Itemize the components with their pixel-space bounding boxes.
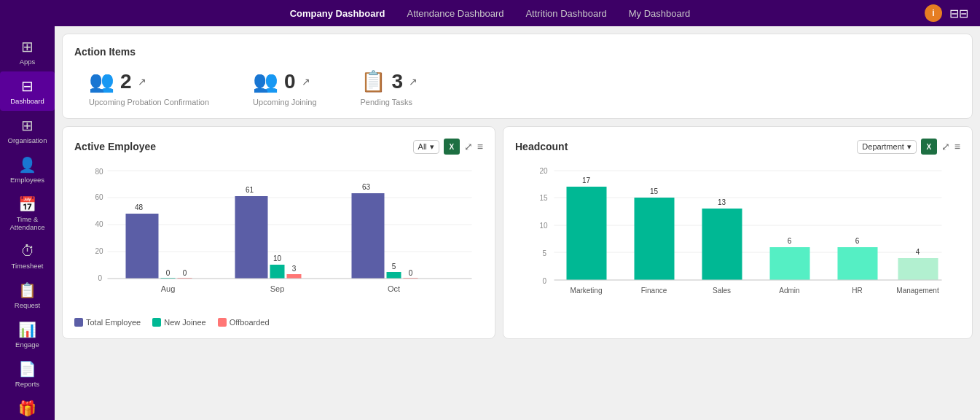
- legend-label-new: New Joinee: [164, 318, 205, 327]
- finance-bar: [635, 198, 675, 280]
- sidebar-item-benefits[interactable]: 🎁 Benefits: [0, 394, 55, 420]
- active-employee-excel-btn[interactable]: X: [444, 139, 460, 155]
- pending-tasks-ext-link[interactable]: ↗: [409, 76, 418, 88]
- action-items-title: Action Items: [74, 46, 960, 58]
- sidebar-label-dashboard: Dashboard: [10, 97, 44, 105]
- legend-offboarded: Offboarded: [218, 318, 270, 327]
- sidebar-label-reports: Reports: [15, 380, 39, 388]
- svg-text:Admin: Admin: [779, 287, 799, 295]
- top-nav: Company Dashboard Attendance Dashboard A…: [0, 0, 980, 26]
- active-employee-expand-btn[interactable]: ⤢: [464, 141, 473, 152]
- sidebar-item-organisation[interactable]: ⊞ Organisation: [0, 111, 55, 150]
- active-employee-card: Active Employee All ▾ X ⤢ ≡: [62, 126, 495, 339]
- headcount-filter[interactable]: Department ▾: [857, 140, 916, 154]
- active-employee-filter[interactable]: All ▾: [413, 140, 439, 154]
- probation-count: 2: [120, 70, 132, 93]
- svg-text:6: 6: [788, 237, 792, 245]
- joining-label: Upcoming Joining: [253, 98, 316, 106]
- svg-text:20: 20: [540, 167, 549, 175]
- active-employee-header: Active Employee All ▾ X ⤢ ≡: [74, 139, 483, 155]
- svg-text:15: 15: [540, 194, 549, 202]
- chevron-down-icon: ▾: [430, 142, 434, 152]
- pending-tasks-icon: 📋: [361, 69, 386, 93]
- hr-bar: [838, 247, 878, 280]
- probation-ext-link[interactable]: ↗: [138, 76, 146, 88]
- sidebar-item-time-attendance[interactable]: 📅 Time & Attendance: [0, 190, 55, 237]
- svg-text:0: 0: [166, 269, 170, 277]
- sidebar-label-engage: Engage: [15, 341, 39, 349]
- headcount-excel-btn[interactable]: X: [921, 139, 937, 155]
- nav-my-dashboard[interactable]: My Dashboard: [629, 8, 691, 19]
- time-attendance-icon: 📅: [18, 195, 36, 213]
- joining-count: 0: [284, 70, 296, 93]
- active-employee-list-btn[interactable]: ≡: [477, 141, 483, 152]
- action-item-probation-top: 👥 2 ↗: [89, 69, 146, 93]
- headcount-list-btn[interactable]: ≡: [954, 141, 960, 152]
- employees-icon: 👤: [18, 156, 36, 174]
- svg-text:6: 6: [855, 237, 860, 245]
- svg-text:Sep: Sep: [270, 284, 285, 293]
- svg-text:Aug: Aug: [161, 284, 176, 293]
- timesheet-icon: ⏱: [20, 243, 35, 260]
- pending-tasks-label: Pending Tasks: [361, 98, 412, 106]
- sidebar-item-employees[interactable]: 👤 Employees: [0, 150, 55, 190]
- dashboard-icon: ⊟: [21, 77, 34, 95]
- action-item-pending-top: 📋 3 ↗: [361, 69, 418, 93]
- svg-text:15: 15: [650, 187, 659, 195]
- pending-tasks-count: 3: [392, 70, 404, 93]
- joining-ext-link[interactable]: ↗: [302, 76, 310, 88]
- legend-label-total: Total Employee: [86, 318, 141, 327]
- nav-attrition-dashboard[interactable]: Attrition Dashboard: [525, 8, 606, 19]
- sidebar-label-employees: Employees: [10, 176, 44, 184]
- sidebar-item-reports[interactable]: 📄 Reports: [0, 354, 55, 394]
- svg-text:48: 48: [135, 203, 144, 211]
- headcount-title: Headcount: [515, 141, 568, 152]
- admin-bar: [770, 247, 810, 280]
- svg-text:5: 5: [392, 262, 396, 271]
- svg-text:5: 5: [543, 249, 547, 257]
- sidebar-item-dashboard[interactable]: ⊟ Dashboard: [0, 71, 55, 111]
- sidebar-label-timesheet: Timesheet: [12, 262, 44, 270]
- svg-text:61: 61: [246, 186, 254, 194]
- sidebar-label-apps: Apps: [20, 58, 36, 66]
- reports-icon: 📄: [18, 360, 36, 378]
- nav-attendance-dashboard[interactable]: Attendance Dashboard: [407, 8, 503, 19]
- legend-label-off: Offboarded: [230, 318, 270, 327]
- sidebar-label-request: Request: [15, 301, 40, 309]
- svg-text:4: 4: [916, 248, 920, 256]
- headcount-expand-btn[interactable]: ⤢: [941, 141, 950, 152]
- sliders-icon[interactable]: ⊟⊟: [949, 7, 968, 20]
- active-employee-controls: All ▾ X ⤢ ≡: [413, 139, 483, 155]
- oct-new-bar: [387, 272, 401, 279]
- legend-dot-new: [152, 318, 161, 327]
- svg-text:17: 17: [582, 176, 591, 184]
- oct-total-bar: [352, 193, 385, 279]
- svg-text:Sales: Sales: [713, 287, 731, 295]
- active-employee-chart-area: 80 60 40 20 0 48: [74, 163, 483, 312]
- action-item-pending-tasks: 📋 3 ↗ Pending Tasks: [361, 69, 418, 106]
- headcount-svg: 20 15 10 5 0 17 Market: [515, 163, 960, 324]
- svg-text:10: 10: [540, 222, 549, 230]
- svg-text:0: 0: [98, 274, 103, 282]
- organisation-icon: ⊞: [21, 117, 34, 134]
- avatar[interactable]: i: [925, 4, 942, 22]
- legend-dot-off: [218, 318, 227, 327]
- sidebar-item-apps[interactable]: ⊞ Apps: [0, 32, 55, 71]
- nav-company-dashboard[interactable]: Company Dashboard: [290, 8, 385, 19]
- engage-icon: 📊: [18, 321, 36, 338]
- sidebar-item-request[interactable]: 📋 Request: [0, 276, 55, 315]
- management-bar: [898, 258, 938, 280]
- active-employee-legend: Total Employee New Joinee Offboarded: [74, 318, 483, 327]
- action-items-card: Action Items 👥 2 ↗ Upcoming Probation Co…: [62, 34, 973, 119]
- sep-off-bar: [287, 274, 302, 279]
- active-employee-title: Active Employee: [74, 141, 156, 152]
- headcount-controls: Department ▾ X ⤢ ≡: [857, 139, 960, 155]
- sidebar-item-engage[interactable]: 📊 Engage: [0, 315, 55, 354]
- action-item-joining: 👥 0 ↗ Upcoming Joining: [253, 69, 316, 106]
- svg-text:0: 0: [543, 277, 547, 285]
- main-layout: ⊞ Apps ⊟ Dashboard ⊞ Organisation 👤 Empl…: [0, 26, 980, 420]
- sidebar-item-timesheet[interactable]: ⏱ Timesheet: [0, 237, 55, 276]
- svg-text:Finance: Finance: [641, 287, 667, 295]
- headcount-chevron-icon: ▾: [907, 142, 912, 152]
- svg-text:Management: Management: [896, 287, 939, 295]
